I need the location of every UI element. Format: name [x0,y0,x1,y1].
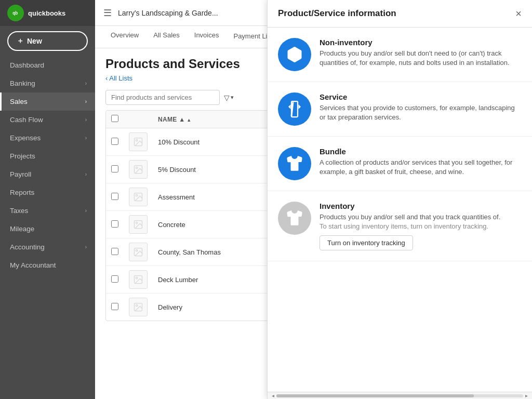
product-image [129,160,148,179]
type-non-inventory[interactable]: Non-inventory Products you buy and/or se… [268,28,532,82]
sidebar: qb quickbooks ＋ New Dashboard Banking › … [0,0,95,399]
chevron-right-icon: › [85,135,87,141]
breadcrumb[interactable]: All Lists [105,74,132,82]
panel-title: Product/Service information [278,8,396,19]
svg-point-13 [136,277,137,278]
scroll-left-arrow[interactable]: ◂ [270,393,276,398]
sidebar-label-payroll: Payroll [10,170,31,178]
sidebar-item-dashboard[interactable]: Dashboard [0,56,95,74]
row-checkbox[interactable] [111,165,118,172]
row-checkbox[interactable] [111,303,118,310]
panel-close-button[interactable]: × [515,8,522,19]
panel-header: Product/Service information × [268,0,532,28]
sidebar-item-accountant[interactable]: My Accountant [0,256,95,274]
row-checkbox[interactable] [111,138,118,145]
tab-invoices-label: Invoices [194,31,219,39]
sidebar-item-expenses[interactable]: Expenses › [0,129,95,147]
sidebar-label-cashflow: Cash Flow [10,116,43,124]
inventory-icon [278,202,311,235]
tab-allsales[interactable]: All Sales [146,26,187,48]
product-image [129,132,148,151]
new-button[interactable]: ＋ New [7,31,88,51]
new-button-label: New [27,37,42,45]
type-inventory[interactable]: Inventory Products you buy and/or sell a… [268,191,532,261]
sidebar-label-banking: Banking [10,79,35,87]
tab-invoices[interactable]: Invoices [187,26,227,48]
bundle-desc: A collection of products and/or services… [320,158,522,177]
sidebar-item-taxes[interactable]: Taxes › [0,202,95,220]
logo-text: quickbooks [28,9,65,17]
product-image [129,298,148,316]
sidebar-label-dashboard: Dashboard [10,61,44,69]
sidebar-item-banking[interactable]: Banking › [0,74,95,92]
product-image [129,215,148,234]
svg-point-9 [136,222,137,223]
chevron-right-icon: › [85,81,87,86]
bundle-name: Bundle [320,147,522,156]
panel-body: Non-inventory Products you buy and/or se… [268,28,532,392]
tab-overview-label: Overview [111,31,139,39]
sidebar-item-mileage[interactable]: Mileage [0,220,95,238]
inventory-info: Inventory Products you buy and/or sell a… [320,202,522,250]
service-desc: Services that you provide to customers, … [320,103,522,122]
svg-point-3 [136,139,137,141]
non-inventory-info: Non-inventory Products you buy and/or se… [320,38,522,68]
sidebar-label-sales: Sales [10,98,28,105]
scrollbar-track [276,394,523,397]
sidebar-item-payroll[interactable]: Payroll › [0,165,95,183]
tab-overview[interactable]: Overview [103,26,146,48]
turn-on-inventory-button[interactable]: Turn on inventory tracking [320,235,413,250]
svg-point-11 [136,249,137,251]
row-checkbox[interactable] [111,220,118,228]
service-name: Service [320,92,522,101]
search-input[interactable] [105,90,220,105]
service-info: Service Services that you provide to cus… [320,92,522,122]
chevron-right-icon: › [85,244,87,250]
sidebar-item-projects[interactable]: Projects [0,147,95,165]
chevron-right-icon: › [85,208,87,214]
sidebar-label-expenses: Expenses [10,134,41,142]
product-image [129,188,148,206]
non-inventory-desc: Products you buy and/or sell but don't n… [320,49,522,68]
sidebar-item-cashflow[interactable]: Cash Flow › [0,111,95,129]
filter-chevron-icon: ▾ [231,94,234,101]
scroll-right-arrow[interactable]: ▸ [523,393,530,398]
sidebar-nav: Dashboard Banking › Sales › Cash Flow › … [0,56,95,399]
bundle-info: Bundle A collection of products and/or s… [320,147,522,177]
tab-allsales-label: All Sales [153,31,180,39]
non-inventory-name: Non-inventory [320,38,522,47]
chevron-right-icon: › [85,171,87,177]
plus-icon: ＋ [17,36,24,46]
scrollbar-thumb[interactable] [276,394,474,397]
sidebar-label-accounting: Accounting [10,243,45,251]
product-image [129,270,148,289]
panel-scrollbar: ◂ ▸ [268,392,532,399]
filter-button[interactable]: ▽ ▾ [224,94,234,102]
product-image [129,243,148,261]
bundle-icon [278,147,311,180]
row-checkbox[interactable] [111,275,118,283]
inventory-desc2: To start using inventory items, turn on … [320,222,522,231]
row-checkbox[interactable] [111,193,118,200]
svg-point-7 [136,194,137,196]
row-checkbox[interactable] [111,248,118,255]
non-inventory-icon [278,38,311,71]
type-bundle[interactable]: Bundle A collection of products and/or s… [268,137,532,191]
sidebar-label-reports: Reports [10,189,34,196]
logo-area: qb quickbooks [0,0,95,26]
chevron-right-icon: › [85,117,87,123]
hamburger-menu-icon[interactable]: ☰ [103,7,112,19]
product-service-panel: Product/Service information × Non-invent… [267,0,532,399]
sidebar-item-sales[interactable]: Sales › [0,92,95,111]
sidebar-item-reports[interactable]: Reports [0,183,95,202]
logo-icon: qb [7,5,24,21]
company-name: Larry's Landscaping & Garde... [118,9,218,17]
svg-text:qb: qb [12,10,18,16]
select-all-checkbox[interactable] [111,115,118,122]
chevron-right-icon: › [85,99,87,104]
sidebar-label-mileage: Mileage [10,225,34,233]
type-service[interactable]: Service Services that you provide to cus… [268,82,532,137]
sidebar-item-accounting[interactable]: Accounting › [0,238,95,256]
sidebar-label-accountant: My Accountant [10,261,56,269]
inventory-desc: Products you buy and/or sell and that yo… [320,212,522,222]
